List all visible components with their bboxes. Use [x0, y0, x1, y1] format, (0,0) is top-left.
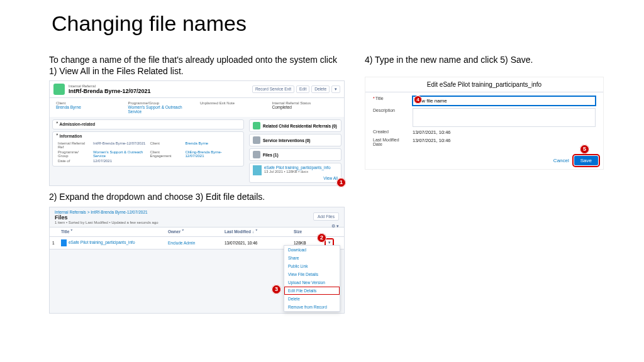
- list-icon: [253, 136, 260, 144]
- field-value-link[interactable]: Women's Support & Outreach Service: [128, 105, 194, 114]
- file-icon: [61, 239, 67, 246]
- menu-edit-details[interactable]: Edit File Details: [284, 287, 340, 295]
- sort-icon[interactable]: ˅: [182, 229, 184, 234]
- save-button[interactable]: Save: [574, 156, 598, 165]
- title-label: Title: [373, 96, 408, 101]
- related-child-referrals[interactable]: Related Child Residential Referrals (0): [249, 119, 341, 132]
- files-list-title: Files: [55, 214, 339, 221]
- view-all-link[interactable]: View All: [253, 176, 338, 180]
- sort-icon[interactable]: ˅: [255, 229, 258, 234]
- field-value-link[interactable]: CliEng-Brenda Byrne-12/07/2021: [186, 150, 239, 158]
- menu-view-details[interactable]: View File Details: [284, 270, 340, 278]
- field-value-link[interactable]: Women's Support & Outreach Service: [93, 150, 147, 158]
- menu-remove[interactable]: Remove from Record: [284, 303, 340, 311]
- intro-step-4: 4) Type in the new name and click 5) Sav…: [365, 54, 604, 65]
- file-title-link[interactable]: eSafe Pilot training_participants_info: [69, 240, 135, 244]
- created-label: Created: [373, 129, 408, 134]
- field-label: Unplanned Exit Note: [200, 101, 266, 105]
- modified-label: Last Modified Date: [373, 138, 408, 146]
- files-panel: eSafe Pilot training_participants_info 1…: [249, 163, 341, 183]
- related-interventions[interactable]: Service Interventions (0): [249, 134, 341, 146]
- menu-delete[interactable]: Delete: [284, 295, 340, 303]
- callout-3: 3: [272, 285, 281, 294]
- file-link[interactable]: eSafe Pilot training_participants_info: [264, 165, 331, 170]
- breadcrumb[interactable]: Internal Referrals > IntRf-Brenda Byrne-…: [55, 210, 339, 214]
- modal-title: Edit eSafe Pilot training_participants_i…: [365, 77, 603, 92]
- files-list-subtitle: 1 item • Sorted by Last Modified • Updat…: [55, 221, 339, 224]
- intro-step-2: 2) Expand the dropdown and choose 3) Edi…: [49, 191, 345, 202]
- owner-link[interactable]: Enclude Admin: [165, 239, 222, 247]
- record-title: IntRf-Brenda Byrne-12/07/2021: [69, 88, 248, 94]
- menu-download[interactable]: Download: [284, 246, 340, 254]
- field-label: Date of: [58, 159, 89, 163]
- field-label: Programme/ Group: [58, 150, 89, 158]
- modified-cell: 13/07/2021, 10:46: [222, 239, 291, 247]
- more-button[interactable]: ▾: [331, 85, 340, 93]
- menu-public-link[interactable]: Public Link: [284, 262, 340, 270]
- menu-share[interactable]: Share: [284, 254, 340, 262]
- section-admission[interactable]: ˅ Admission-related: [52, 119, 244, 129]
- record-exit-button[interactable]: Record Service Exit: [252, 85, 294, 93]
- intro-step-1: To change a name of the file that's alre…: [49, 54, 345, 77]
- modified-value: 13/07/2021, 10:46: [413, 138, 596, 143]
- field-label: Client: [150, 141, 182, 149]
- add-files-button[interactable]: Add Files: [313, 212, 339, 221]
- files-header[interactable]: Files (1): [249, 148, 341, 161]
- cancel-button[interactable]: Cancel: [551, 156, 572, 165]
- delete-button[interactable]: Delete: [311, 85, 330, 93]
- section-information[interactable]: ˅ Information: [56, 134, 240, 139]
- field-label: Internal Referral Ref: [58, 141, 89, 149]
- field-label: Client Engagement: [150, 150, 182, 158]
- description-input[interactable]: [413, 108, 596, 127]
- field-value-link[interactable]: Brenda Byrne: [186, 141, 239, 149]
- created-value: 13/07/2021, 10:46: [413, 129, 596, 135]
- row-number: 1: [50, 239, 58, 247]
- callout-2: 2: [317, 233, 326, 243]
- screenshot-edit-modal: Edit eSafe Pilot training_participants_i…: [365, 77, 604, 170]
- edit-button[interactable]: Edit: [296, 85, 309, 93]
- field-value: IntRf-Brenda Byrne-12/07/2021: [93, 141, 147, 149]
- file-icon: [253, 165, 262, 175]
- callout-1: 1: [336, 178, 346, 187]
- sort-icon[interactable]: ˅: [70, 229, 73, 234]
- field-value: Completed: [272, 105, 338, 109]
- callout-5: 5: [580, 145, 589, 154]
- list-icon: [253, 122, 260, 129]
- menu-upload-version[interactable]: Upload New Version: [284, 278, 340, 287]
- screenshot-files-list: Internal Referrals > IntRf-Brenda Byrne-…: [49, 207, 345, 314]
- table-header: Title ˅ Owner ˅ Last Modified ↓ ˅ Size: [50, 228, 344, 237]
- page-title: Changing file names: [52, 11, 644, 36]
- title-input[interactable]: [413, 96, 596, 106]
- record-type-icon: [53, 84, 65, 95]
- screenshot-record: Internal Referral IntRf-Brenda Byrne-12/…: [49, 80, 345, 186]
- description-label: Description: [373, 108, 408, 112]
- file-meta: 13 Jul 2021 • 128KB • docx: [264, 170, 331, 173]
- row-actions-menu: Download Share Public Link View File Det…: [284, 245, 340, 312]
- list-settings-icon[interactable]: ⚙ ▾: [331, 224, 339, 229]
- field-value: 12/07/2021: [93, 159, 147, 163]
- file-header-icon: [253, 151, 260, 158]
- field-value-link[interactable]: Brenda Byrne: [56, 105, 122, 109]
